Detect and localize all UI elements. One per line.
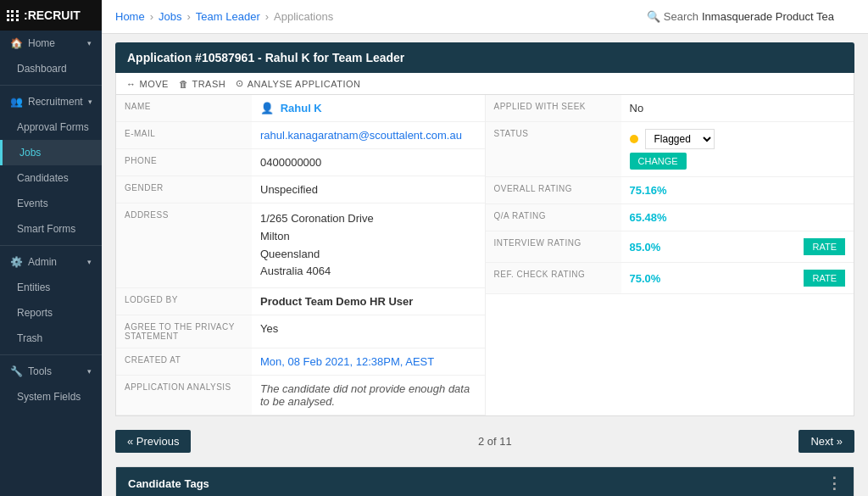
address-line2: Milton	[260, 228, 476, 246]
field-overall-rating: OVERALL RATING 75.16%	[486, 177, 854, 204]
app-card-left: NAME 👤 Rahul K E-MAIL rahul.kanagaratnam…	[116, 95, 485, 415]
privacy-value: Yes	[252, 315, 485, 348]
app-card-right: APPLIED WITH SEEK No STATUS Flagged Acti…	[485, 95, 854, 415]
sidebar-item-tools[interactable]: 🔧 Tools ▾	[0, 359, 102, 384]
field-created: CREATED AT Mon, 08 Feb 2021, 12:38PM, AE…	[116, 348, 485, 376]
analysis-value: The candidate did not provide enough dat…	[252, 376, 485, 415]
sidebar-item-label: Reports	[17, 307, 53, 319]
section-menu-icon[interactable]: ⋮	[826, 474, 842, 493]
search-label: Search	[664, 10, 698, 23]
sidebar-item-admin[interactable]: ⚙️ Admin ▾	[0, 249, 102, 275]
address-line4: Australia 4064	[260, 263, 476, 281]
sidebar-item-entities[interactable]: Entities	[0, 275, 102, 300]
field-phone: PHONE 0400000000	[116, 149, 485, 176]
app-name: :RECRUIT	[24, 8, 81, 22]
status-select[interactable]: Flagged Active Rejected	[645, 129, 715, 149]
app-logo: :RECRUIT	[0, 0, 102, 31]
analyse-label: ANALYSE APPLICATION	[248, 79, 361, 89]
sidebar-item-recruitment[interactable]: 👥 Recruitment ▾	[0, 89, 102, 114]
breadcrumb-jobs[interactable]: Jobs	[159, 10, 181, 23]
content-area: Application #10587961 - Rahul K for Team…	[102, 34, 868, 496]
tools-icon: 🔧	[10, 365, 23, 377]
address-line3: Queensland	[260, 246, 476, 264]
change-status-button[interactable]: CHANGE	[630, 153, 687, 170]
gender-value: Unspecified	[252, 176, 485, 203]
sidebar-item-label: Home	[28, 37, 55, 49]
qa-label: Q/A RATING	[486, 204, 621, 231]
sidebar-item-label: Events	[17, 198, 48, 209]
analysis-label: APPLICATION ANALYSIS	[116, 376, 252, 415]
move-icon: ↔	[126, 79, 136, 89]
privacy-label: AGREE TO THE PRIVACY STATEMENT	[116, 315, 252, 348]
field-name: NAME 👤 Rahul K	[116, 95, 485, 122]
person-icon: 👤	[260, 102, 274, 114]
field-qa-rating: Q/A RATING 65.48%	[486, 204, 854, 231]
search-icon: 🔍	[647, 10, 660, 23]
sidebar-item-approval-forms[interactable]: Approval Forms	[0, 114, 102, 140]
field-address: ADDRESS 1/265 Coronation Drive Milton Qu…	[116, 203, 485, 288]
field-privacy: AGREE TO THE PRIVACY STATEMENT Yes	[116, 315, 485, 348]
status-label: STATUS	[486, 122, 621, 176]
application-card: NAME 👤 Rahul K E-MAIL rahul.kanagaratnam…	[115, 95, 854, 416]
sidebar-item-system-fields[interactable]: System Fields	[0, 384, 102, 410]
sidebar-item-label: System Fields	[17, 391, 81, 403]
status-indicator	[630, 135, 638, 143]
sidebar-item-dashboard[interactable]: Dashboard	[0, 56, 102, 81]
rate-interview-button[interactable]: RATE	[804, 238, 845, 255]
next-button[interactable]: Next »	[798, 430, 854, 453]
breadcrumb-home[interactable]: Home	[115, 10, 145, 23]
sidebar-item-label: Admin	[28, 256, 57, 268]
application-title: Application #10587961 - Rahul K for Team…	[115, 42, 854, 73]
name-value: 👤 Rahul K	[252, 95, 485, 121]
breadcrumb: Home › Jobs › Team Leader › Applications	[115, 10, 333, 23]
move-button[interactable]: ↔ MOVE	[126, 79, 169, 89]
topbar: Home › Jobs › Team Leader › Applications…	[102, 0, 868, 34]
address-value: 1/265 Coronation Drive Milton Queensland…	[252, 203, 485, 287]
main-content: Home › Jobs › Team Leader › Applications…	[102, 0, 868, 496]
sidebar-item-label: Entities	[17, 281, 50, 293]
seek-value: No	[621, 95, 854, 121]
name-label: NAME	[116, 95, 252, 121]
prev-button[interactable]: « Previous	[115, 430, 191, 453]
home-icon: 🏠	[10, 37, 23, 49]
field-interview-rating: INTERVIEW RATING 85.0% RATE	[486, 231, 854, 263]
address-line1: 1/265 Coronation Drive	[260, 210, 476, 228]
field-ref-rating: REF. CHECK RATING 75.0% RATE	[486, 263, 854, 294]
sidebar-item-home[interactable]: 🏠 Home ▾	[0, 31, 102, 56]
ref-value: 75.0% RATE	[621, 263, 854, 293]
sidebar-item-events[interactable]: Events	[0, 191, 102, 216]
page-info: 2 of 11	[478, 435, 512, 448]
sidebar-item-jobs[interactable]: Jobs	[0, 140, 102, 165]
trash-button[interactable]: 🗑 TRASH	[179, 79, 225, 89]
breadcrumb-sep: ›	[150, 10, 153, 23]
email-link[interactable]: rahul.kanagaratnam@scouttalent.com.au	[260, 129, 462, 142]
overall-value: 75.16%	[621, 177, 854, 203]
candidate-tags-title: Candidate Tags	[128, 477, 209, 490]
phone-value: 0400000000	[252, 149, 485, 176]
sidebar-item-label: Jobs	[19, 147, 41, 159]
sidebar-item-label: Approval Forms	[17, 121, 89, 133]
rate-ref-button[interactable]: RATE	[804, 270, 845, 287]
trash-label: TRASH	[192, 79, 225, 89]
chevron-icon: ▾	[88, 98, 92, 106]
name-link[interactable]: Rahul K	[281, 102, 322, 114]
interview-value: 85.0% RATE	[621, 231, 854, 262]
breadcrumb-sep: ›	[265, 10, 269, 23]
address-label: ADDRESS	[116, 203, 252, 287]
created-link[interactable]: Mon, 08 Feb 2021, 12:38PM, AEST	[260, 355, 434, 368]
sidebar-item-smart-forms[interactable]: Smart Forms	[0, 216, 102, 242]
sidebar-item-candidates[interactable]: Candidates	[0, 165, 102, 191]
analyse-button[interactable]: ⊙ ANALYSE APPLICATION	[236, 78, 360, 89]
analyse-icon: ⊙	[236, 78, 244, 89]
search-input[interactable]	[702, 10, 854, 23]
chevron-icon: ▾	[87, 367, 92, 376]
field-analysis: APPLICATION ANALYSIS The candidate did n…	[116, 376, 485, 415]
overall-label: OVERALL RATING	[486, 177, 621, 203]
sidebar-item-trash[interactable]: Trash	[0, 326, 102, 351]
field-gender: GENDER Unspecified	[116, 176, 485, 203]
phone-label: PHONE	[116, 149, 252, 176]
breadcrumb-team-leader[interactable]: Team Leader	[196, 10, 260, 23]
sidebar-item-reports[interactable]: Reports	[0, 300, 102, 326]
chevron-icon: ▾	[87, 39, 92, 47]
gender-label: GENDER	[116, 176, 252, 203]
